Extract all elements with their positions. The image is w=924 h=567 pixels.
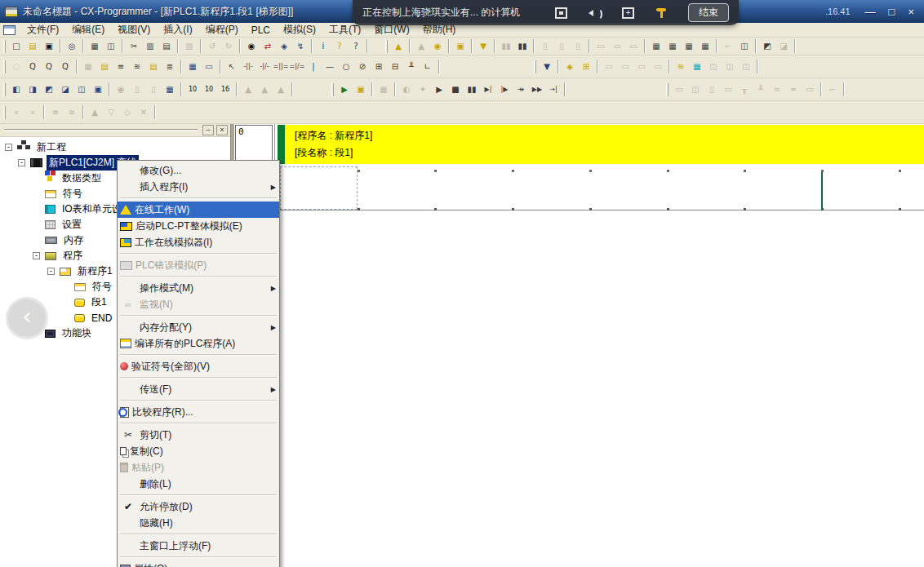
context-menu-item-delete[interactable]: 删除(L) <box>118 476 279 492</box>
compile-icon[interactable]: ▲ <box>390 39 406 54</box>
comment-rung-icon[interactable]: ▭ <box>802 82 818 97</box>
symbol-grid-icon[interactable]: ▦ <box>681 39 697 54</box>
cross-reference-icon[interactable]: ⌐ <box>720 39 736 54</box>
sidebar-collapse-overlay[interactable]: ‹ <box>6 297 48 339</box>
distribute-icon[interactable]: ≍ <box>769 82 785 97</box>
signed-decimal-icon[interactable]: 10 <box>201 82 217 97</box>
calendar-edit-icon[interactable]: ⊞ <box>578 60 594 74</box>
clear-force-icon[interactable]: ✕ <box>135 105 152 120</box>
context-menu-item-allow-docking[interactable]: ✔允许停放(D) <box>118 498 279 515</box>
instruction-box-icon[interactable]: ⊞ <box>371 60 387 74</box>
run-to-end-icon[interactable]: →| <box>545 82 562 97</box>
contact-no-icon[interactable]: -||- <box>240 60 256 74</box>
child-window-icon[interactable] <box>3 25 16 35</box>
insert-rung-icon[interactable]: ▭ <box>601 60 617 74</box>
context-menu-item-copy[interactable]: 复制(C) <box>118 443 279 459</box>
pointer-zoom-icon[interactable]: ◌ <box>8 60 24 74</box>
work-online-icon[interactable]: ▣ <box>452 39 469 54</box>
context-menu-item-insert-program[interactable]: 插入程序(I)▶ <box>118 179 279 195</box>
close-button[interactable]: × <box>908 7 914 17</box>
context-menu-item-cut[interactable]: ✂剪切(T) <box>118 427 279 443</box>
menu-item-plc[interactable]: PLC <box>245 24 277 37</box>
toolbar-grip[interactable] <box>666 83 669 96</box>
scan-run-icon[interactable]: ◐ <box>398 82 415 97</box>
local-window-icon[interactable]: ◫ <box>73 82 90 97</box>
force-reset-icon[interactable]: ▭ <box>609 39 625 54</box>
expand-collapse-icon[interactable]: - <box>47 268 55 275</box>
context-menu-item-modify[interactable]: 修改(G)... <box>118 162 279 179</box>
toolbar-grip[interactable] <box>3 60 6 73</box>
find-icon[interactable]: ◉ <box>243 39 260 54</box>
step-in-icon[interactable]: |▶ <box>496 82 513 97</box>
menu-item-simulation[interactable]: 模拟(S) <box>277 22 322 38</box>
expand-collapse-icon[interactable]: - <box>33 252 40 259</box>
bookmark-view-icon[interactable]: ▯ <box>129 82 145 97</box>
split-rung-icon[interactable]: ▭ <box>720 82 736 97</box>
align-top-icon[interactable]: ╥ <box>736 82 753 97</box>
context-menu-item-work-online-simulator[interactable]: 工作在线模拟器(I) <box>118 234 279 250</box>
context-menu-item-transfer[interactable]: 传送(F)▶ <box>118 381 279 397</box>
sim-pause-icon[interactable]: ▮▮ <box>464 82 480 97</box>
expand-collapse-icon[interactable]: - <box>5 144 12 151</box>
panel-grip[interactable] <box>4 129 198 131</box>
window-select-icon[interactable]: ▭ <box>201 60 217 74</box>
diagram-view-icon[interactable]: ◧ <box>8 82 24 97</box>
rung-number[interactable]: 0 <box>235 125 273 161</box>
transfer-to-plc-icon[interactable]: ▼ <box>539 60 555 74</box>
clipboard-special-icon[interactable]: ▥ <box>181 39 198 54</box>
zoom-100-icon[interactable]: Q <box>57 60 73 74</box>
online-edit-icon[interactable]: ◈ <box>562 60 578 74</box>
address-trace-icon[interactable]: ↯ <box>292 39 309 54</box>
save-file-icon[interactable]: ▣ <box>41 39 57 54</box>
coil-closed-icon[interactable]: ⊘ <box>354 60 371 74</box>
paste-icon[interactable]: ▤ <box>158 39 175 54</box>
toolbar-grip[interactable] <box>3 40 6 53</box>
io-table-grid-icon[interactable]: ▦ <box>648 39 664 54</box>
context-menu-item-monitor[interactable]: ∞监视(N) <box>118 296 279 312</box>
continuous-run-icon[interactable]: ▶▶ <box>529 82 545 97</box>
previous-reference-icon[interactable]: « <box>8 105 24 120</box>
horizontal-line-icon[interactable]: — <box>322 60 338 74</box>
remove-segment-icon[interactable]: ∟ <box>420 60 436 74</box>
zoom-in-icon[interactable]: Q <box>41 60 57 74</box>
dialog-view-icon[interactable]: ▦ <box>162 82 178 97</box>
insert-above-icon[interactable]: ▭ <box>671 82 687 97</box>
next-reference-icon[interactable]: » <box>24 105 41 120</box>
find-symbol-icon[interactable]: ◈ <box>276 39 292 54</box>
end-session-button[interactable]: 结束 <box>688 3 729 22</box>
context-help-icon[interactable]: ? <box>348 39 364 54</box>
find-view-icon[interactable]: ◉ <box>113 82 129 97</box>
reference-tab-icon[interactable]: ◫ <box>722 60 738 74</box>
about-icon[interactable]: i <box>315 39 331 54</box>
tree-item-new-project[interactable]: -新工程 <box>0 140 230 155</box>
insert-below-icon[interactable]: ◫ <box>687 82 704 97</box>
force-cancel-icon[interactable]: ▭ <box>625 39 642 54</box>
toolbar-grip[interactable] <box>331 83 334 96</box>
address-list-icon[interactable]: ≅ <box>64 105 80 120</box>
ladder-editor[interactable]: 0 [程序名 : 新程序1] [段名称 : 段1] <box>234 124 924 567</box>
traffic-light-icon[interactable]: ≋ <box>673 60 689 74</box>
print-icon[interactable]: ▦ <box>87 39 103 54</box>
vertical-line-icon[interactable]: | <box>305 60 322 74</box>
context-menu-item-plc-error-simulation[interactable]: PLC错误模拟(P) <box>118 257 279 273</box>
select-mode-icon[interactable]: ↖ <box>224 60 240 74</box>
speaker-icon[interactable] <box>589 7 601 19</box>
insert-row-icon[interactable]: ▭ <box>633 60 650 74</box>
monitor-refresh-icon[interactable]: ▲ <box>273 82 289 97</box>
context-menu-item-operating-mode[interactable]: 操作模式(M)▶ <box>118 280 279 296</box>
properties-window-icon[interactable]: ▣ <box>90 82 106 97</box>
menu-item-file[interactable]: 文件(F) <box>20 22 65 38</box>
feedback-icon[interactable]: ◪ <box>775 39 792 54</box>
print-preview-icon[interactable]: ◫ <box>103 39 119 54</box>
contact-nc-icon[interactable]: -|/- <box>256 60 273 74</box>
coil-icon[interactable]: ○ <box>338 60 354 74</box>
data-display-icon[interactable]: ▤ <box>96 60 113 74</box>
transfer-simulator-icon[interactable]: ▼ <box>475 39 491 54</box>
back-icon[interactable]: ⌐ <box>824 82 841 97</box>
dock-pin-icon[interactable]: – <box>202 125 214 135</box>
differentiate-icon[interactable]: ╨ <box>403 60 420 74</box>
expand-collapse-icon[interactable]: - <box>18 159 25 166</box>
toolbar-grip[interactable] <box>385 40 388 53</box>
options-icon[interactable]: ◩ <box>759 39 775 54</box>
online-simulator-icon[interactable]: ▶ <box>336 82 353 97</box>
